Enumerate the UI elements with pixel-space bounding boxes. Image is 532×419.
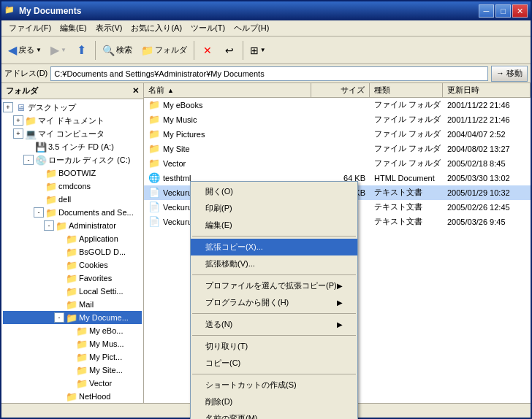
tree-item-docsets[interactable]: - 📁 Documents and Se... [3, 206, 142, 219]
menu-file[interactable]: ファイル(F) [4, 21, 56, 35]
tree-item-cookies[interactable]: 📁 Cookies [3, 258, 142, 272]
tree-label-bsgold: BsGOLD D... [79, 247, 126, 256]
tree-item-bootwiz[interactable]: 📁 BOOTWIZ [3, 166, 142, 180]
menu-favorites[interactable]: お気に入り(A) [126, 21, 186, 35]
restore-button[interactable]: □ [495, 4, 511, 18]
tree-label-vector: Vector [89, 379, 112, 388]
file-size [311, 163, 370, 164]
file-item[interactable]: 📁 My Site ファイル フォルダ 2004/08/02 13:27 [144, 142, 531, 156]
tree-item-administrator[interactable]: - 📁 Administrator [3, 219, 142, 232]
col-header-date[interactable]: 更新日時 [443, 83, 531, 97]
minimize-button[interactable]: ─ [479, 4, 494, 18]
context-item-sendto[interactable]: 送る(N) ▶ [191, 316, 357, 333]
context-sep-3 [192, 313, 356, 314]
context-item-profilecopy[interactable]: プロファイルを選んで拡張コピー(P) ▶ [191, 277, 357, 294]
context-item-shortcut[interactable]: ショートカットの作成(S) [191, 377, 357, 393]
context-item-edit[interactable]: 編集(E) [191, 217, 357, 234]
search-button[interactable]: 🔍 検索 [99, 39, 136, 61]
context-item-print[interactable]: 印刷(P) [191, 200, 357, 217]
menu-tools[interactable]: ツール(T) [186, 21, 229, 35]
tree-icon-myebo: 📁 [76, 325, 88, 337]
tree-item-cmdcons[interactable]: 📁 cmdcons [3, 180, 142, 193]
context-item-copy[interactable]: コピー(C) [191, 355, 357, 372]
views-button[interactable]: ⊞ ▼ [246, 39, 270, 61]
tree-icon-bootwiz: 📁 [45, 167, 57, 179]
undo-button[interactable]: ↩ [219, 39, 240, 61]
folder-panel-close[interactable]: ✕ [132, 86, 139, 96]
close-button[interactable]: ✕ [512, 4, 528, 18]
up-button[interactable]: ⬆ [72, 39, 92, 61]
col-header-type[interactable]: 種類 [370, 83, 443, 97]
menu-edit[interactable]: 編集(E) [56, 21, 91, 35]
tree-item-mypict[interactable]: 📁 My Pict... [3, 350, 142, 364]
addressbar-go-button[interactable]: → 移動 [491, 66, 528, 82]
tree-icon-mycomputer: 💻 [25, 128, 37, 139]
tree-item-localset[interactable]: 📁 Local Setti... [3, 285, 142, 298]
file-item[interactable]: 📁 My Music ファイル フォルダ 2001/11/22 21:46 [144, 112, 531, 127]
titlebar: 📁 My Documents ─ □ ✕ [1, 1, 531, 20]
tree-expand-localset-space [54, 286, 64, 296]
context-item-cut[interactable]: 切り取り(T) [191, 338, 357, 355]
col-header-name[interactable]: 名前 ▲ [144, 83, 311, 97]
menu-help[interactable]: ヘルプ(H) [229, 21, 273, 35]
tree-item-localdisk[interactable]: - 💿 ローカル ディスク (C:) [3, 153, 142, 166]
menu-view[interactable]: 表示(V) [91, 21, 127, 35]
tree-item-myebo[interactable]: 📁 My eBo... [3, 324, 142, 337]
addressbar-input[interactable] [50, 66, 488, 81]
tree-item-mydocume[interactable]: - 📁 My Docume... [3, 311, 142, 324]
context-item-open[interactable]: 開く(O) [191, 183, 357, 200]
tree-expand-mycomputer[interactable]: + [13, 128, 23, 139]
tree-expand-application-space [54, 234, 64, 244]
tree-item-mymus[interactable]: 📁 My Mus... [3, 337, 142, 350]
tree-expand-mydocs[interactable]: + [13, 115, 23, 126]
folder-tree[interactable]: + 🖥 デスクトップ + 📁 マイ ドキュメント + 💻 マイ コンピュータ [1, 99, 143, 403]
tree-expand-docsets[interactable]: - [34, 207, 44, 218]
forward-button[interactable]: ▶ ▼ [47, 39, 70, 61]
toolbar-sep-1 [95, 41, 96, 60]
col-header-size[interactable]: サイズ [311, 83, 370, 97]
context-item-extmove[interactable]: 拡張移動(V)... [191, 255, 357, 272]
tree-item-mail[interactable]: 📁 Mail [3, 298, 142, 311]
tree-expand-mydocume[interactable]: - [54, 312, 64, 323]
context-item-openwith[interactable]: プログラムから開く(H) ▶ [191, 294, 357, 311]
tree-item-nethood[interactable]: 📁 NetHood [3, 390, 142, 403]
tree-icon-administrator: 📁 [56, 220, 67, 231]
tree-expand-administrator[interactable]: - [44, 220, 54, 231]
context-item-delete[interactable]: 削除(D) [191, 393, 357, 410]
context-item-sendto-label: 送る(N) [205, 319, 232, 330]
file-icon: 📁 [148, 99, 160, 111]
context-item-open-label: 開く(O) [205, 186, 233, 197]
tree-item-vector[interactable]: 📁 Vector [3, 377, 142, 390]
tree-item-desktop[interactable]: + 🖥 デスクトップ [3, 101, 142, 114]
tree-icon-mymus: 📁 [76, 338, 88, 350]
titlebar-icon: 📁 [4, 5, 16, 17]
forward-dropdown-icon: ▼ [61, 47, 66, 53]
tree-expand-desktop[interactable]: + [3, 102, 13, 112]
sort-arrow: ▲ [167, 87, 174, 94]
tree-item-mydocs[interactable]: + 📁 マイ ドキュメント [3, 114, 142, 127]
context-item-extcopy[interactable]: 拡張コピー(X)... [191, 239, 357, 255]
tree-item-mysite[interactable]: 📁 My Site... [3, 364, 142, 377]
tree-item-application[interactable]: 📁 Application [3, 232, 142, 245]
file-item[interactable]: 📁 My eBooks ファイル フォルダ 2001/11/22 21:46 [144, 98, 531, 112]
file-name: My Site [163, 145, 190, 153]
file-item[interactable]: 📁 My Pictures ファイル フォルダ 2004/04/07 2:52 [144, 127, 531, 142]
file-type: テキスト文書 [370, 201, 443, 213]
tree-expand-localdisk[interactable]: - [23, 155, 34, 165]
tree-item-mycomputer[interactable]: + 💻 マイ コンピュータ [3, 127, 142, 140]
tree-icon-mydocume: 📁 [66, 312, 77, 323]
context-sep-1 [192, 236, 356, 237]
tree-item-dell[interactable]: 📁 dell [3, 193, 142, 206]
tree-icon-localset: 📁 [66, 285, 77, 297]
context-item-extcopy-label: 拡張コピー(X)... [205, 242, 263, 253]
file-item[interactable]: 📁 Vector ファイル フォルダ 2005/02/18 8:45 [144, 156, 531, 171]
tree-label-application: Application [79, 234, 118, 243]
tree-item-favorites[interactable]: 📁 Favorites [3, 272, 142, 285]
tree-item-floppy[interactable]: 💾 3.5 インチ FD (A:) [3, 140, 142, 153]
folders-button[interactable]: 📁 フォルダ [137, 39, 191, 61]
context-item-rename[interactable]: 名前の変更(M) [191, 410, 357, 419]
delete-button[interactable]: ✕ [197, 39, 218, 61]
tree-icon-cookies: 📁 [66, 259, 77, 271]
back-button[interactable]: ◀ 戻る ▼ [4, 39, 45, 61]
tree-item-bsgold[interactable]: 📁 BsGOLD D... [3, 245, 142, 258]
